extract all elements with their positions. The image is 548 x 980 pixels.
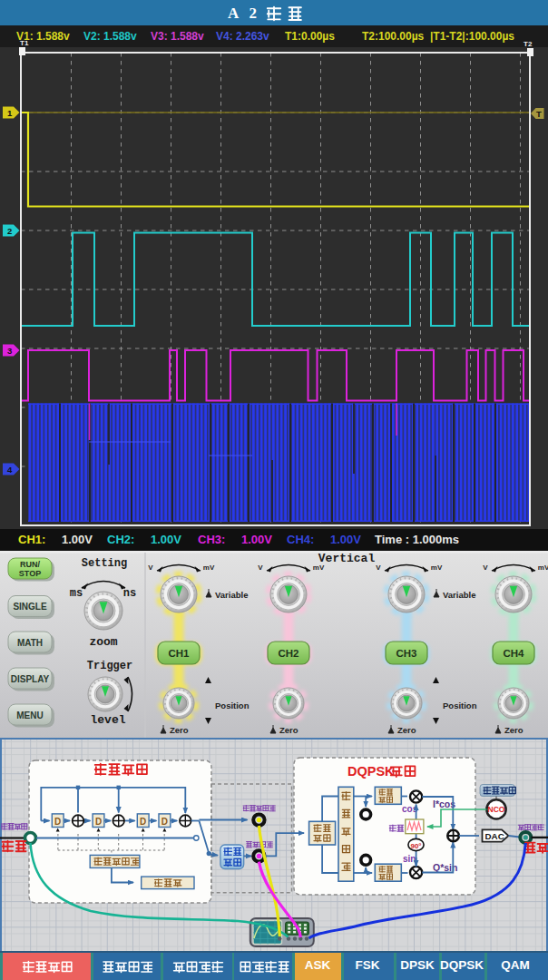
svg-text:DQPSK: DQPSK — [347, 764, 395, 779]
svg-text:MENU: MENU — [16, 710, 43, 720]
svg-text:V: V — [148, 564, 153, 572]
svg-text:ns: ns — [123, 587, 136, 600]
svg-text:zoom: zoom — [89, 635, 117, 649]
svg-text:sin: sin — [403, 854, 416, 864]
svg-text:STOP: STOP — [19, 569, 41, 578]
svg-text:ms: ms — [70, 587, 83, 600]
svg-text:CH3: CH3 — [396, 648, 416, 659]
svg-text:Position: Position — [443, 701, 477, 710]
svg-text:Zero: Zero — [279, 725, 298, 735]
svg-text:SINGLE: SINGLE — [13, 602, 47, 612]
svg-text:mV: mV — [203, 564, 215, 572]
svg-text:V: V — [483, 564, 488, 572]
svg-text:D: D — [54, 817, 61, 827]
svg-text:DAC: DAC — [485, 831, 504, 841]
svg-text:2: 2 — [7, 226, 12, 236]
svg-text:Setting: Setting — [82, 557, 127, 570]
svg-text:CH1: CH1 — [168, 648, 190, 659]
svg-text:RUN/: RUN/ — [20, 560, 40, 569]
svg-text:Vertical: Vertical — [318, 552, 376, 565]
svg-text:V: V — [376, 564, 381, 572]
svg-text:D: D — [161, 817, 168, 827]
svg-text:NCO: NCO — [488, 805, 505, 814]
svg-text:V: V — [258, 564, 263, 572]
svg-text:Zero: Zero — [504, 725, 524, 735]
svg-text:level: level — [90, 713, 125, 727]
svg-text:MATH: MATH — [17, 638, 43, 648]
svg-text:T: T — [536, 109, 542, 119]
svg-text:Zero: Zero — [397, 725, 416, 735]
svg-text:Q*sin: Q*sin — [433, 862, 457, 873]
svg-text:Variable: Variable — [443, 590, 475, 600]
svg-text:Variable: Variable — [215, 590, 248, 600]
svg-text:CH4: CH4 — [503, 648, 524, 659]
svg-text:3: 3 — [7, 346, 12, 356]
svg-text:1: 1 — [7, 108, 13, 118]
svg-text:Position: Position — [215, 701, 250, 710]
svg-text:DISPLAY: DISPLAY — [11, 674, 50, 684]
svg-text:CH2: CH2 — [278, 648, 298, 659]
svg-text:4: 4 — [7, 465, 13, 475]
svg-text:Trigger: Trigger — [87, 660, 132, 672]
svg-text:mV: mV — [538, 564, 548, 572]
svg-text:90°: 90° — [410, 842, 421, 850]
svg-text:mV: mV — [431, 564, 443, 572]
svg-text:Zero: Zero — [170, 725, 189, 735]
svg-text:D: D — [140, 817, 146, 827]
svg-text:mV: mV — [313, 564, 325, 572]
svg-text:D: D — [95, 817, 102, 827]
